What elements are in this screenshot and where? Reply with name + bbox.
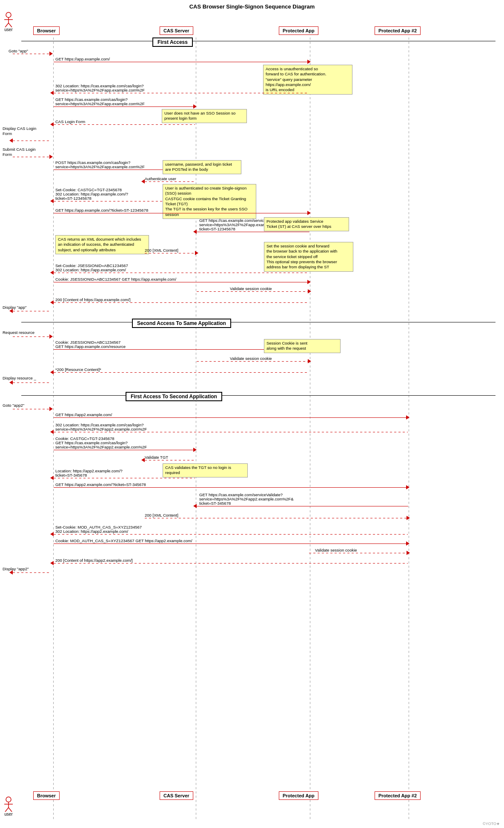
msg-validate-tgt: Validate TGT (145, 455, 168, 460)
lifeline-app-line (310, 37, 310, 821)
arrow-cas-login-form (54, 124, 195, 125)
arrow-set-jsessionid (54, 273, 309, 273)
msg-get-app2-ticket: GET https://app2.example.com/?ticket=ST-… (55, 482, 146, 487)
msg-get-cas-login-app2-2: service=https%3A%2F%2Fapp2.example.com%2… (55, 445, 147, 449)
note-no-sso: User does not have an SSO Session sopres… (162, 109, 247, 123)
arrowhead-get-app2 (406, 415, 410, 420)
arrowhead-get-cas-login-app2 (193, 448, 197, 452)
arrowhead-validate-st (193, 230, 197, 234)
arrowhead-authenticate (141, 179, 145, 184)
msg-200-resource: *200 [Resource Content]* (55, 367, 101, 372)
lifeline-app2-header-bottom: Protected App #2 (375, 791, 421, 800)
actor-user-bottom-label: user (3, 812, 14, 816)
lifeline-app-header-top: Protected App (279, 26, 318, 35)
msg-cookie-jsessionid: Cookie: JSESSIONID=ABC1234567 GET https:… (55, 277, 176, 282)
arrow-set-mod-auth (54, 534, 408, 535)
arrowhead-200-resource (50, 370, 54, 374)
section-label-second-app: First Access To Second Application (126, 392, 222, 401)
msg-302-location-app: 302 Location: https://app.example.com/ (55, 267, 126, 272)
arrowhead-validate-session-app2 (407, 551, 410, 555)
arrow-display-resource (13, 382, 51, 383)
arrowhead-goto-app (49, 52, 53, 56)
note-post-body: username, password, and login ticketare … (163, 160, 241, 174)
arrow-validate-session-2 (197, 361, 309, 362)
note-sso-created: User is authenticated so create Single-s… (163, 184, 256, 219)
arrowhead-display-cas-login (9, 138, 13, 143)
msg-validate-session-2: Validate session cookie (230, 356, 272, 361)
arrow-200-content (54, 302, 309, 303)
note-unauthenticated: Access is unauthenticated soforward to C… (263, 65, 352, 95)
lifeline-browser-header-top: Browser (33, 26, 60, 35)
arrow-200-xml-app2 (145, 518, 408, 518)
arrowhead-302-redirect (50, 91, 54, 95)
svg-line-4 (9, 23, 12, 27)
msg-302-cas-app2-2: service=https%3A%2F%2Fapp2.example.com%2… (55, 427, 147, 431)
arrowhead-validate-tgt (141, 458, 145, 462)
arrow-validate-st (197, 232, 309, 232)
arrow-validate-st-app2 (197, 506, 408, 506)
msg-submit-cas-login: Submit CAS Login Form (3, 147, 45, 158)
arrowhead-display-app (9, 309, 13, 313)
arrowhead-get-cas-login (193, 104, 197, 109)
arrowhead-request-resource (49, 334, 53, 339)
arrow-validate-tgt (145, 460, 195, 460)
svg-line-3 (5, 23, 9, 27)
arrow-200-content-app2 (54, 563, 408, 564)
msg-validate-st3: ticket=ST-12345678 (199, 227, 235, 231)
msg-200-xml-app2: 200 [XML Content] (145, 513, 178, 518)
arrow-authenticate (145, 181, 195, 182)
arrow-goto-app (13, 54, 51, 54)
msg-request-resource: Request resource (3, 330, 34, 335)
arrow-validate-session (197, 291, 309, 292)
arrow-get-app (54, 62, 309, 62)
arrow-get-app2 (54, 417, 408, 418)
note-cas-xml: CAS returns an XML document which includ… (55, 235, 149, 254)
arrowhead-302-cas-app2 (50, 430, 54, 434)
msg-cookie-mod-auth: Cookie: MOD_AUTH_CAS_S=XYZ1234567 GET ht… (55, 538, 192, 543)
arrowhead-display-resource (9, 380, 13, 385)
divider-second-app (21, 395, 495, 396)
arrowhead-get-app (307, 60, 311, 64)
msg-302-redirect2: service=https%3A%2F%2Fapp.example.com%2F (55, 88, 145, 92)
arrowhead-200-xml (195, 251, 198, 255)
msg-302-location-app2: 302 Location: https://app2.example.com/ (55, 529, 128, 534)
msg-ticket-st: ticket=ST-12345678 (55, 196, 92, 201)
actor-user-top-label: user (3, 27, 14, 32)
svg-line-9 (9, 808, 12, 812)
lifeline-cas-line (196, 37, 196, 821)
lifeline-browser-line (53, 37, 54, 821)
msg-get-app-ticket: GET https://app.example.com/?ticket=ST-1… (55, 208, 148, 213)
msg-cas-login-form: CAS Login Form (55, 119, 85, 124)
arrow-get-app2-ticket (54, 487, 408, 488)
arrowhead-200-xml-app2 (407, 516, 410, 520)
svg-point-0 (6, 12, 11, 17)
arrowhead-location-app2-ticket (50, 476, 54, 480)
lifeline-cas-header-bottom: CAS Server (160, 791, 193, 800)
note-validate-st: Protected app validates ServiceTicket (S… (264, 217, 349, 231)
arrow-validate-session-app2 (309, 553, 408, 553)
arrowhead-cookie-jsessionid (307, 280, 311, 284)
msg-get-resource: GET https://app.example.com/resource (55, 344, 126, 349)
arrow-display-app (13, 311, 51, 311)
arrow-get-cas-login-app2 (54, 450, 195, 450)
msg-get-app: GET https://app.example.com/ (55, 57, 110, 61)
note-session-cookie: Set the session cookie and forwardthe br… (264, 242, 353, 272)
actor-user-top: user (3, 12, 14, 32)
arrow-get-cas-login (54, 106, 195, 107)
arrowhead-200-content (50, 300, 54, 305)
lifeline-app2-header-top: Protected App #2 (375, 26, 421, 35)
arrow-cookie-jsessionid (54, 282, 309, 282)
note-tgt-valid: CAS validates the TGT so no login is req… (163, 463, 248, 477)
divider-first-access (21, 41, 495, 41)
section-label-first-access: First Access (152, 37, 193, 47)
arrowhead-cas-login-form (50, 122, 54, 126)
diagram-container: CAS Browser Single-Signon Sequence Diagr… (0, 0, 504, 828)
svg-point-5 (6, 797, 11, 802)
msg-validate-session-app2: Validate session cookie (315, 548, 357, 552)
msg-goto-app2: Goto "app2" (3, 403, 24, 408)
arrowhead-set-jsessionid (50, 270, 54, 275)
msg-200-content-app2: 200 [Content of https://app2.example.com… (55, 558, 133, 563)
section-label-second-access: Second Access To Same Application (132, 319, 231, 328)
arrowhead-goto-app2 (49, 407, 53, 411)
arrowhead-display-app2 (9, 570, 13, 575)
